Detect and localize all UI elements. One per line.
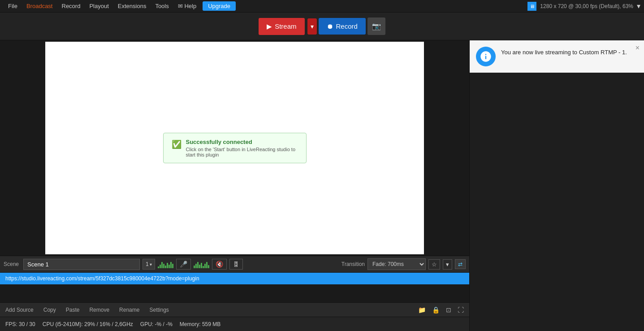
stream-dropdown-button[interactable]: ▾ — [307, 18, 317, 35]
settings-button[interactable]: Settings — [147, 306, 170, 314]
bottom-section: https://studio.livereacting.com/stream/5… — [0, 273, 469, 331]
transition-icon[interactable]: ⇄ — [455, 259, 466, 269]
scene-label: Scene — [4, 261, 19, 267]
success-subtitle: Click on the 'Start' button in LiveReact… — [186, 147, 298, 157]
menu-playout[interactable]: Playout — [85, 1, 113, 11]
chevron-down-icon[interactable]: ▾ — [637, 2, 640, 10]
fit-icon-button[interactable]: ⊡ — [444, 305, 453, 314]
source-icon-buttons: 📁 🔒 ⊡ ⛶ — [416, 305, 466, 314]
scene-name-input[interactable] — [23, 259, 140, 270]
notification-icon — [476, 47, 496, 66]
notification-box: You are now live streaming to Custom RTM… — [470, 40, 644, 73]
menu-bar: File Broadcast Record Playout Extensions… — [0, 0, 644, 13]
menu-extensions[interactable]: Extensions — [113, 1, 151, 11]
left-main: ✅ Successfully connected Click on the 'S… — [0, 40, 469, 331]
resolution-info: 1280 x 720 @ 30,00 fps (Default), 63% — [540, 3, 633, 9]
success-notification: ✅ Successfully connected Click on the 'S… — [163, 133, 307, 163]
menu-upgrade[interactable]: Upgrade — [203, 1, 236, 11]
speaker-button[interactable]: 🔇 — [212, 259, 227, 270]
menu-broadcast[interactable]: Broadcast — [22, 1, 57, 11]
menu-record[interactable]: Record — [57, 1, 85, 11]
success-title: Successfully connected — [186, 139, 298, 145]
audio-visualization-1 — [158, 260, 173, 268]
transition-label: Transition — [341, 261, 365, 267]
toolbar: ▶ Stream ▾ ⏺ Record 📷 — [0, 13, 644, 40]
record-button[interactable]: ⏺ Record — [319, 18, 366, 35]
copy-button[interactable]: Copy — [42, 306, 58, 314]
cpu-status: CPU (i5-2410M): 29% / 16% / 2,6GHz — [43, 321, 133, 327]
stream-icon: ▶ — [267, 22, 272, 30]
menu-file[interactable]: File — [4, 1, 22, 11]
add-source-button[interactable]: Add Source — [4, 306, 35, 314]
mixer-button[interactable]: 🎛 — [229, 259, 243, 270]
transition-edit-button[interactable]: ▾ — [443, 259, 452, 270]
menu-tools[interactable]: Tools — [151, 1, 173, 11]
rename-button[interactable]: Rename — [117, 306, 141, 314]
content-wrapper: ✅ Successfully connected Click on the 'S… — [0, 40, 644, 331]
record-icon: ⏺ — [327, 22, 333, 30]
audio-visualization-2 — [194, 260, 209, 268]
menu-right-info: 🖥 1280 x 720 @ 30,00 fps (Default), 63% … — [527, 2, 640, 11]
info-icon — [480, 50, 492, 63]
fps-status: FPS: 30 / 30 — [5, 321, 35, 327]
source-item[interactable]: https://studio.livereacting.com/stream/5… — [0, 273, 469, 284]
stream-button[interactable]: ▶ Stream — [259, 18, 304, 35]
memory-status: Memory: 559 MB — [180, 321, 220, 327]
transition-section: Transition Fade: 700ms ☆ ▾ ⇄ — [341, 258, 466, 270]
screenshot-button[interactable]: 📷 — [367, 17, 385, 35]
preview-canvas: ✅ Successfully connected Click on the 'S… — [45, 42, 424, 254]
menu-help[interactable]: ✉ Help — [173, 1, 201, 11]
notification-text: You are now live streaming to Custom RTM… — [501, 47, 627, 57]
paste-button[interactable]: Paste — [64, 306, 82, 314]
right-panel: You are now live streaming to Custom RTM… — [469, 40, 644, 331]
sources-list-area: https://studio.livereacting.com/stream/5… — [0, 273, 469, 302]
preview-section: ✅ Successfully connected Click on the 'S… — [0, 40, 469, 256]
lock-icon-button[interactable]: 🔒 — [430, 305, 441, 314]
sources-controls: Add Source Copy Paste Remove Rename Sett… — [0, 302, 469, 317]
middle-section: ✅ Successfully connected Click on the 'S… — [0, 40, 644, 331]
notification-close-button[interactable]: × — [635, 44, 640, 52]
check-icon: ✅ — [172, 139, 182, 149]
gpu-status: GPU: -% / -% — [140, 321, 173, 327]
fullscreen-icon-button[interactable]: ⛶ — [456, 305, 466, 314]
status-bar: FPS: 30 / 30 CPU (i5-2410M): 29% / 16% /… — [0, 317, 469, 331]
remove-button[interactable]: Remove — [87, 306, 111, 314]
folder-icon-button[interactable]: 📁 — [416, 305, 428, 314]
scene-number: 1 ▾ — [143, 259, 155, 270]
transition-favorite-button[interactable]: ☆ — [428, 259, 440, 270]
monitor-icon: 🖥 — [527, 2, 536, 11]
transition-select[interactable]: Fade: 700ms — [367, 258, 426, 270]
microphone-button[interactable]: 🎤 — [176, 259, 191, 270]
scene-bar: Scene 1 ▾ 🎤 — [0, 256, 469, 273]
